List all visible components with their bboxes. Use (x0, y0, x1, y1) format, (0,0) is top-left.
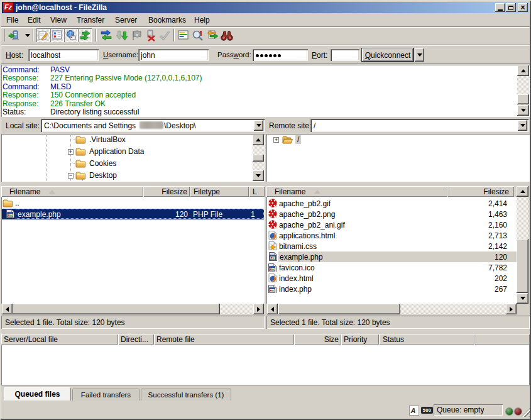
svg-text:x: x (136, 32, 139, 38)
